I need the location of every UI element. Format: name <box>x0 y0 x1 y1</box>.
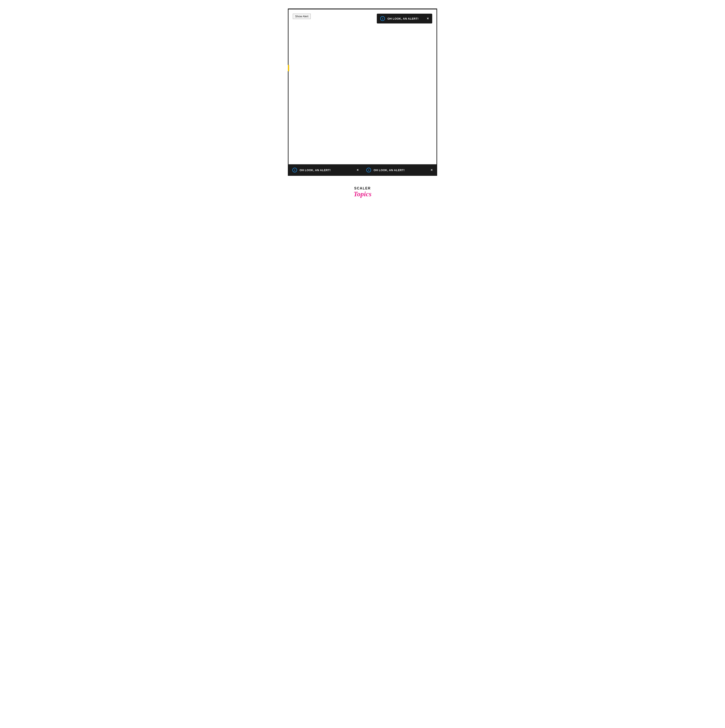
show-alert-button[interactable]: Show Alert <box>293 14 311 19</box>
bottom-close-icon-2[interactable]: × <box>431 168 433 172</box>
bottom-close-icon-1[interactable]: × <box>357 168 359 172</box>
info-icon: i <box>380 16 385 21</box>
page-container: Show Alert i OH LOOK, AN ALERT! × i OH L… <box>288 9 437 176</box>
main-frame: Show Alert i OH LOOK, AN ALERT! × i OH L… <box>288 9 437 176</box>
scaler-logo-bottom: Topics <box>354 190 371 198</box>
alert-text: OH LOOK, AN ALERT! <box>388 17 422 20</box>
top-right-alert-container: i OH LOOK, AN ALERT! × <box>377 14 432 23</box>
bottom-info-icon-1: i <box>292 168 297 173</box>
bottom-alert-text-1: OH LOOK, AN ALERT! <box>299 168 354 172</box>
close-icon[interactable]: × <box>427 17 429 20</box>
bottom-info-icon-2: i <box>366 168 371 173</box>
left-indicator <box>288 65 289 71</box>
bottom-alerts-container: i OH LOOK, AN ALERT! × i OH LOOK, AN ALE… <box>288 164 437 176</box>
scaler-logo-top: SCALER <box>354 187 371 190</box>
bottom-alert-item-1: i OH LOOK, AN ALERT! × <box>288 164 362 176</box>
top-alert-bar: i OH LOOK, AN ALERT! × <box>377 14 432 23</box>
bottom-alert-text-2: OH LOOK, AN ALERT! <box>374 168 428 172</box>
scaler-logo: SCALER Topics <box>354 187 371 198</box>
bottom-alert-item-2: i OH LOOK, AN ALERT! × <box>362 164 437 176</box>
